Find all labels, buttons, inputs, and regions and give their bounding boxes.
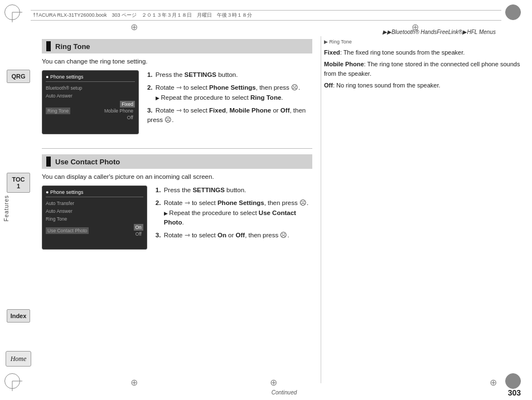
left-sidebar: QRG TOC 1 Features Index Home bbox=[0, 0, 36, 400]
sidebar-toc-button[interactable]: TOC 1 bbox=[7, 173, 30, 193]
use-contact-photo-steps: 1. Press the SETTINGS button. 2. Rotate … bbox=[156, 186, 312, 255]
ucp-row-1: Auto Transfer bbox=[46, 199, 143, 207]
bottom-crosshair-left bbox=[128, 377, 139, 388]
ucp-row-3: Ring Tone bbox=[46, 215, 143, 223]
ring-tone-screen-mockup: ● Phone settings Bluetooth® setup Auto A… bbox=[42, 70, 139, 134]
use-contact-photo-screen-mockup: ● Phone settings Auto Transfer Auto Answ… bbox=[42, 186, 147, 250]
side-note-mobile-phone: Mobile Phone: The ring tone stored in th… bbox=[324, 60, 524, 79]
ring-tone-heading: Ring Tone bbox=[42, 39, 312, 53]
ring-tone-intro: You can change the ring tone setting. bbox=[42, 58, 312, 65]
sidebar-qrg-button[interactable]: QRG bbox=[7, 70, 30, 83]
ring-tone-step-3: 3. Rotate ⇾ to select Fixed, Mobile Phon… bbox=[147, 106, 312, 125]
use-contact-photo-section: Use Contact Photo You can display a call… bbox=[42, 154, 312, 255]
file-info-bar: ††ACURA RLX-31TY26000.book 303 ページ ２０１３年… bbox=[31, 10, 501, 21]
ucp-step-3: 3. Rotate ⇾ to select On or Off, then pr… bbox=[156, 231, 312, 240]
ring-tone-title: Ring Tone bbox=[55, 42, 90, 51]
side-note-ring-tone-title: Ring Tone bbox=[324, 39, 524, 45]
ps-title-1: ● Phone settings bbox=[46, 74, 135, 82]
ring-tone-step-1: 1. Press the SETTINGS button. bbox=[147, 70, 312, 80]
side-note-off: Off: No ring tones sound from the speake… bbox=[324, 81, 524, 90]
use-contact-photo-intro: You can display a caller's picture on an… bbox=[42, 173, 312, 180]
ucp-step-1: 1. Press the SETTINGS button. bbox=[156, 186, 312, 195]
left-column: Ring Tone You can change the ring tone s… bbox=[36, 36, 321, 383]
sidebar-home-button[interactable]: Home bbox=[6, 351, 31, 367]
ps-row-2: Auto Answer bbox=[46, 92, 135, 100]
sidebar-index-button[interactable]: Index bbox=[7, 309, 30, 323]
bottom-crosshair-right bbox=[487, 377, 499, 388]
section-separator bbox=[42, 148, 312, 149]
ring-tone-steps: 1. Press the SETTINGS button. 2. Rotate … bbox=[147, 70, 312, 140]
ring-tone-step-2: 2. Rotate ⇾ to select Phone Settings, th… bbox=[147, 83, 312, 103]
ps-title-2: ● Phone settings bbox=[46, 189, 143, 197]
file-info-text: ††ACURA RLX-31TY26000.book 303 ページ ２０１３年… bbox=[33, 12, 252, 19]
side-note-fixed: Fixed: The fixed ring tone sounds from t… bbox=[324, 48, 524, 57]
page-footer: Continued 303 bbox=[36, 389, 532, 396]
breadcrumb-text: ▶▶Bluetooth® HandsFreeLink®▶HFL Menus bbox=[383, 29, 496, 35]
top-crosshair-left bbox=[128, 21, 139, 32]
use-contact-photo-title: Use Contact Photo bbox=[55, 158, 120, 166]
right-column: Ring Tone Fixed: The fixed ring tone sou… bbox=[321, 36, 532, 383]
ucp-row-4: Use Contact Photo On Off bbox=[46, 223, 143, 238]
side-note-content: Fixed: The fixed ring tone sounds from t… bbox=[324, 48, 524, 90]
heading-black-bar bbox=[46, 41, 51, 51]
top-crosshair-right bbox=[409, 21, 420, 32]
ring-tone-section: Ring Tone You can change the ring tone s… bbox=[42, 39, 312, 140]
ps-row-1: Bluetooth® setup bbox=[46, 84, 135, 92]
use-contact-photo-heading: Use Contact Photo bbox=[42, 154, 312, 169]
ucp-step-2-bullet: Repeat the procedure to select Use Conta… bbox=[164, 208, 312, 228]
bottom-crosshair-center bbox=[268, 377, 279, 388]
ucp-row-2: Auto Answer bbox=[46, 207, 143, 215]
continued-text: Continued bbox=[36, 389, 532, 396]
heading-black-bar-2 bbox=[46, 157, 51, 167]
page-number: 303 bbox=[508, 388, 521, 397]
sidebar-features-label: Features bbox=[3, 195, 9, 221]
corner-decoration-tr bbox=[505, 4, 528, 27]
main-content: Ring Tone You can change the ring tone s… bbox=[36, 36, 532, 383]
header-breadcrumb: ▶▶Bluetooth® HandsFreeLink®▶HFL Menus bbox=[383, 29, 496, 35]
ps-row-3: Ring Tone Fixed Mobile Phone Off bbox=[46, 100, 135, 122]
ucp-step-2: 2. Rotate ⇾ to select Phone Settings, th… bbox=[156, 198, 312, 227]
ring-tone-step-2-bullet: Repeat the procedure to select Ring Tone… bbox=[156, 93, 312, 103]
